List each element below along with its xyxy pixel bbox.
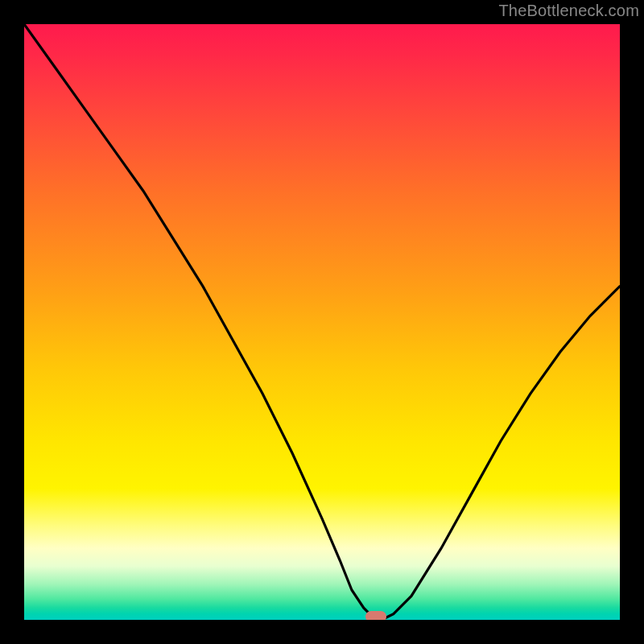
watermark-text: TheBottleneck.com <box>498 2 639 20</box>
chart-container: TheBottleneck.com <box>0 0 644 644</box>
optimal-marker <box>365 611 386 620</box>
plot-area <box>24 24 620 620</box>
bottleneck-curve <box>24 24 620 620</box>
